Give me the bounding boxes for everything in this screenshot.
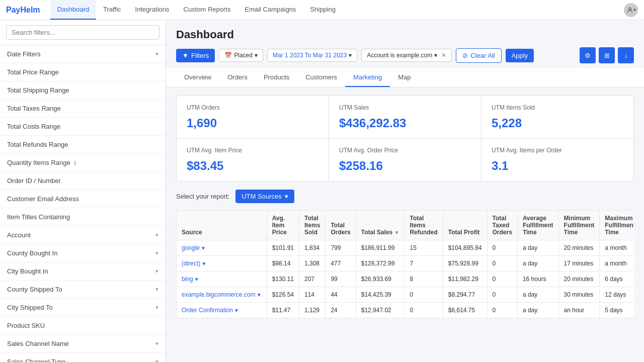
table-row: Order Confirmation▼$11.471,12924$12,947.… <box>177 303 634 318</box>
sidebar-item-city-shipped-to[interactable]: City Shipped To ▾ <box>0 299 166 317</box>
user-menu[interactable]: ▾ <box>624 3 638 17</box>
cell-taxed-orders: 0 <box>487 272 517 287</box>
clear-all-button[interactable]: ⊘ Clear All <box>456 48 501 63</box>
stats-grid: UTM Orders 1,690 UTM Sales $436,292.83 U… <box>176 96 634 182</box>
cell-max-fulfillment: a month <box>600 240 634 256</box>
sidebar-item-total-costs-range[interactable]: Total Costs Range <box>0 118 166 136</box>
stat-utm-orders-value: 1,690 <box>187 116 318 130</box>
cell-avg-item-price: $11.47 <box>267 303 299 318</box>
cell-total-orders: 477 <box>326 256 356 272</box>
tab-orders[interactable]: Orders <box>219 68 256 87</box>
source-link[interactable]: Order Confirmation <box>182 307 233 314</box>
sidebar-item-date-filters[interactable]: Date Filters ▾ <box>0 45 166 63</box>
sidebar-item-sales-channel-type[interactable]: Sales Channel Type ▾ <box>0 353 166 362</box>
sidebar-item-total-refunds-range[interactable]: Total Refunds Range <box>0 136 166 154</box>
cell-min-fulfillment: 30 minutes <box>558 287 600 303</box>
sidebar-item-item-titles[interactable]: Item Titles Containing <box>0 208 166 226</box>
sidebar-item-county-shipped-to[interactable]: County Shipped To ▾ <box>0 281 166 299</box>
nav-integrations[interactable]: Integrations <box>128 0 177 20</box>
utm-sources-select[interactable]: UTM Sources ▾ <box>235 190 294 203</box>
source-link[interactable]: example.bigcommerce.com <box>182 291 256 298</box>
page-header: Dashboard ▼ Filters 📅 Placed ▾ Mar 1 202… <box>166 20 644 68</box>
sidebar-item-product-sku[interactable]: Product SKU <box>0 317 166 335</box>
download-button[interactable]: ↓ <box>618 47 634 63</box>
tab-products[interactable]: Products <box>256 68 297 87</box>
search-input[interactable] <box>6 25 159 40</box>
col-total-orders: TotalOrders <box>326 211 356 240</box>
remove-filter-icon[interactable]: ✕ <box>441 52 446 59</box>
tab-marketing[interactable]: Marketing <box>345 68 390 87</box>
nav-shipping[interactable]: Shipping <box>303 0 343 20</box>
sidebar-item-total-price-range[interactable]: Total Price Range <box>0 63 166 81</box>
cell-total-profit: $11,982.29 <box>443 272 487 287</box>
tabs-bar: Overview Orders Products Customers Marke… <box>166 68 644 87</box>
tab-customers[interactable]: Customers <box>297 68 345 87</box>
table-button[interactable]: ⊞ <box>599 47 615 63</box>
table-header-row: Source Avg.ItemPrice TotalItemsSold Tota… <box>177 211 634 240</box>
apply-button[interactable]: Apply <box>506 49 534 62</box>
content-scroll: UTM Orders 1,690 UTM Sales $436,292.83 U… <box>166 87 644 362</box>
cell-taxed-orders: 0 <box>487 287 517 303</box>
sidebar-item-customer-email[interactable]: Customer Email Address <box>0 190 166 208</box>
cell-total-items-refunded: 8 <box>405 272 443 287</box>
report-section: Select your report: UTM Sources ▾ Source… <box>166 182 644 326</box>
filter-tag-icon: ▼ <box>201 261 206 266</box>
filters-button[interactable]: ▼ Filters <box>176 49 215 62</box>
nav-dashboard[interactable]: Dashboard <box>50 0 97 20</box>
cell-avg-fulfillment: a day <box>517 303 558 318</box>
cell-total-items-sold: 207 <box>299 272 326 287</box>
cell-avg-fulfillment: 16 hours <box>517 272 558 287</box>
sidebar-item-county-bought-in[interactable]: County Bought In ▾ <box>0 244 166 262</box>
cell-total-sales: $186,911.99 <box>356 240 405 256</box>
settings-button[interactable]: ⚙ <box>580 47 596 63</box>
chevron-icon: ▾ <box>155 51 158 57</box>
cell-total-items-refunded: 0 <box>405 287 443 303</box>
stat-utm-avg-items-per-order-value: 3.1 <box>492 159 623 173</box>
sidebar-item-total-shipping-range[interactable]: Total Shipping Range <box>0 81 166 100</box>
nav-email-campaigns[interactable]: Email Campaigns <box>237 0 303 20</box>
cell-min-fulfillment: 20 minutes <box>558 240 600 256</box>
stat-utm-avg-item-price-value: $83.45 <box>187 159 318 173</box>
sidebar-item-sales-channel-name[interactable]: Sales Channel Name ▾ <box>0 335 166 353</box>
report-header: Select your report: UTM Sources ▾ <box>176 190 634 203</box>
source-link[interactable]: bing <box>182 276 193 283</box>
cell-total-profit: $75,928.99 <box>443 256 487 272</box>
chevron-icon: ▾ <box>155 340 158 347</box>
clear-icon: ⊘ <box>462 52 468 59</box>
sidebar-item-city-bought-in[interactable]: City Bought In ▾ <box>0 262 166 281</box>
stat-utm-avg-order-price: UTM Avg. Order Price $258.16 <box>329 139 481 181</box>
cell-avg-item-price: $101.91 <box>267 240 299 256</box>
nav-custom-reports[interactable]: Custom Reports <box>177 0 238 20</box>
table-container: Source Avg.ItemPrice TotalItemsSold Tota… <box>176 210 634 318</box>
sidebar-item-total-taxes-range[interactable]: Total Taxes Range <box>0 100 166 118</box>
cell-total-items-refunded: 15 <box>405 240 443 256</box>
sidebar-item-order-id[interactable]: Order ID / Number <box>0 172 166 190</box>
tab-overview[interactable]: Overview <box>176 68 219 87</box>
date-range-chip[interactable]: Mar 1 2023 To Mar 31 2023 ▾ <box>267 49 357 62</box>
tab-map[interactable]: Map <box>390 68 419 87</box>
source-link[interactable]: (direct) <box>182 260 200 267</box>
cell-max-fulfillment: 6 days <box>600 272 634 287</box>
header-right-buttons: ⚙ ⊞ ↓ <box>580 47 634 63</box>
sidebar-item-account[interactable]: Account ▾ <box>0 226 166 244</box>
col-avg-item-price: Avg.ItemPrice <box>267 211 299 240</box>
cell-total-sales: $14,425.39 <box>356 287 405 303</box>
source-link[interactable]: google <box>182 244 200 251</box>
stat-utm-sales-value: $436,292.83 <box>339 116 471 130</box>
chevron-down-icon: ▾ <box>349 52 352 59</box>
placed-filter-chip[interactable]: 📅 Placed ▾ <box>219 49 263 62</box>
top-nav: PayHelm Dashboard Traffic Integrations C… <box>0 0 644 20</box>
cell-total-sales: $12,947.02 <box>356 303 405 318</box>
chevron-icon: ▾ <box>155 358 158 362</box>
chevron-down-icon: ▾ <box>255 52 258 59</box>
cell-avg-item-price: $130.11 <box>267 272 299 287</box>
main-container: Date Filters ▾ Total Price Range Total S… <box>0 20 644 362</box>
col-total-sales[interactable]: Total Sales ▼ <box>356 211 405 240</box>
chevron-icon: ▾ <box>155 250 158 256</box>
info-icon: ℹ <box>74 160 76 166</box>
nav-items: Dashboard Traffic Integrations Custom Re… <box>50 0 343 20</box>
filter-tag-icon: ▼ <box>194 277 199 282</box>
nav-traffic[interactable]: Traffic <box>96 0 128 20</box>
sidebar-item-quantity-items-range[interactable]: Quantity Items Range ℹ <box>0 154 166 172</box>
account-filter-chip[interactable]: Account is example.com ▾ ✕ <box>361 49 452 62</box>
